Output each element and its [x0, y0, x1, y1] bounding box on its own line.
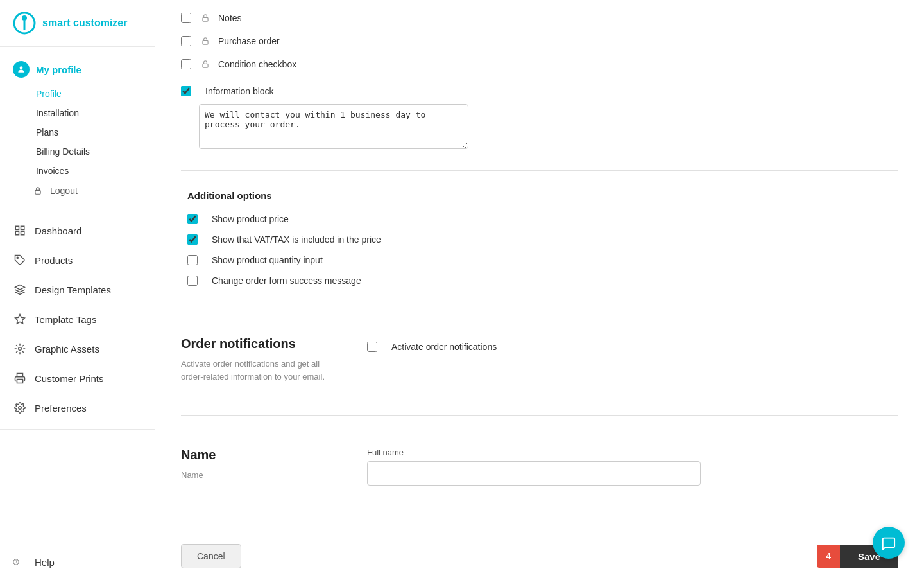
sidebar-item-preferences[interactable]: Preferences: [0, 393, 155, 423]
checkbox-show-price-label: Show product price: [212, 214, 289, 224]
cancel-button[interactable]: Cancel: [181, 544, 241, 568]
preferences-icon: [13, 401, 27, 415]
full-name-label: Full name: [367, 448, 898, 457]
divider-2: [181, 304, 898, 304]
checkbox-purchase-order[interactable]: [181, 36, 191, 46]
svg-marker-10: [15, 315, 25, 324]
order-notifications-title: Order notifications: [181, 337, 341, 351]
name-right: Full name: [361, 448, 898, 486]
order-notifications-left: Order notifications Activate order notif…: [181, 337, 361, 383]
save-badge: 4: [817, 545, 840, 568]
design-templates-icon: [13, 283, 27, 297]
sidebar-sub-plans[interactable]: Plans: [0, 123, 155, 142]
help-label: Help: [35, 557, 55, 568]
sidebar-item-label-dashboard: Dashboard: [35, 225, 81, 236]
checkbox-show-price-input[interactable]: [187, 214, 198, 224]
lock-icon: [33, 186, 42, 195]
avatar: [13, 61, 30, 78]
lock-purchase-icon: [199, 35, 212, 48]
svg-point-13: [19, 407, 22, 410]
order-notifications-desc: Activate order notifications and get all…: [181, 358, 341, 383]
sidebar-item-label-customer-prints: Customer Prints: [35, 373, 104, 384]
svg-point-3: [20, 66, 23, 69]
chat-icon: [882, 536, 896, 550]
additional-options-section: Additional options Show product price Sh…: [181, 184, 898, 291]
chat-button[interactable]: [873, 527, 905, 559]
checkbox-condition[interactable]: [181, 59, 191, 69]
name-section: Name Name Full name: [181, 428, 898, 505]
sidebar-sub-billing[interactable]: Billing Details: [0, 142, 155, 161]
checkbox-purchase-label: Purchase order: [218, 36, 280, 46]
my-profile-section: My profile Profile Installation Plans Bi…: [0, 47, 155, 209]
checkbox-condition-label: Condition checkbox: [218, 59, 296, 69]
lock-notes-icon: [199, 12, 212, 24]
additional-options-right: Additional options Show product price Sh…: [181, 184, 898, 291]
logout-button[interactable]: Logout: [0, 180, 155, 201]
svg-rect-17: [203, 40, 208, 44]
svg-point-9: [17, 257, 18, 258]
my-profile-header[interactable]: My profile: [0, 55, 155, 84]
full-name-input[interactable]: [367, 461, 701, 486]
help-icon: [13, 555, 27, 569]
order-notifications-section: Order notifications Activate order notif…: [181, 317, 898, 402]
divider-1: [181, 170, 898, 171]
top-checkbox-group: Notes Purchase order Condition checkbox …: [181, 0, 898, 157]
checkbox-show-vat: Show that VAT/TAX is included in the pri…: [187, 229, 898, 250]
checkbox-show-price: Show product price: [187, 209, 898, 229]
svg-point-11: [19, 347, 22, 351]
checkbox-activate-notifications: Activate order notifications: [367, 337, 898, 357]
sidebar-item-graphic-assets[interactable]: Graphic Assets: [0, 334, 155, 363]
sidebar-item-template-tags[interactable]: Template Tags: [0, 304, 155, 334]
svg-rect-12: [17, 380, 23, 383]
checkbox-change-order-msg-input[interactable]: [187, 276, 198, 286]
svg-rect-5: [15, 226, 19, 229]
checkbox-notes[interactable]: [181, 13, 191, 23]
dashboard-icon: [13, 223, 27, 238]
checkbox-show-vat-input[interactable]: [187, 234, 198, 245]
logo-area: smart customizer: [0, 0, 155, 47]
sidebar-item-products[interactable]: Products: [0, 245, 155, 275]
main-panel: Notes Purchase order Condition checkbox …: [155, 0, 924, 578]
checkbox-row-purchase-order: Purchase order: [181, 30, 898, 53]
sidebar-item-design-templates[interactable]: Design Templates: [0, 275, 155, 304]
checkbox-info-block-label: Information block: [205, 86, 274, 96]
checkbox-show-qty: Show product quantity input: [187, 250, 898, 270]
svg-rect-7: [15, 232, 19, 235]
help-item[interactable]: Help: [0, 546, 155, 578]
sidebar-sub-installation[interactable]: Installation: [0, 103, 155, 123]
checkbox-show-qty-label: Show product quantity input: [212, 255, 323, 265]
checkbox-row-info-block: Information block: [181, 81, 898, 101]
checkbox-change-order-msg: Change order form success message: [187, 270, 898, 291]
divider-4: [181, 518, 898, 518]
lock-condition-icon: [199, 58, 212, 71]
sidebar-item-dashboard[interactable]: Dashboard: [0, 216, 155, 245]
svg-rect-4: [35, 190, 40, 194]
sidebar-sub-invoices[interactable]: Invoices: [0, 161, 155, 180]
checkbox-info-block[interactable]: [181, 86, 191, 96]
template-tags-icon: [13, 312, 27, 326]
customer-prints-icon: [13, 371, 27, 385]
logo-icon: [13, 12, 36, 35]
name-description: Name: [181, 469, 341, 482]
svg-rect-6: [21, 226, 24, 229]
svg-rect-16: [203, 17, 208, 21]
svg-rect-8: [21, 232, 24, 235]
additional-options-title: Additional options: [187, 190, 898, 201]
checkbox-activate-notifications-input[interactable]: [367, 342, 377, 352]
bottom-bar: Cancel 4 Save: [181, 531, 898, 578]
graphic-assets-icon: [13, 342, 27, 356]
checkbox-show-qty-input[interactable]: [187, 255, 198, 265]
svg-rect-18: [203, 64, 208, 67]
sidebar-item-customer-prints[interactable]: Customer Prints: [0, 363, 155, 393]
sidebar-item-label-design-templates: Design Templates: [35, 285, 111, 295]
info-block-textarea[interactable]: We will contact you within 1 business da…: [199, 104, 468, 149]
checkbox-show-vat-label: Show that VAT/TAX is included in the pri…: [212, 234, 381, 245]
sidebar-item-label-template-tags: Template Tags: [35, 314, 96, 325]
name-title: Name: [181, 448, 341, 462]
sidebar: smart customizer My profile Profile Inst…: [0, 0, 155, 578]
sidebar-sub-profile[interactable]: Profile: [0, 84, 155, 103]
checkbox-change-order-msg-label: Change order form success message: [212, 276, 361, 286]
sidebar-item-label-graphic-assets: Graphic Assets: [35, 344, 99, 355]
checkbox-activate-notifications-label: Activate order notifications: [391, 342, 497, 352]
name-left: Name Name: [181, 448, 361, 486]
